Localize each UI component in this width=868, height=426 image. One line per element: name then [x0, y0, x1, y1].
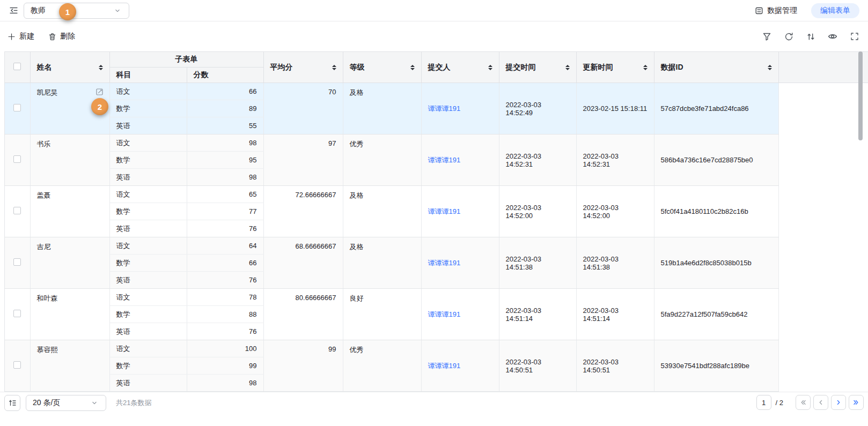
- table-row[interactable]: 吉尼语文6468.66666667及格谭谭谭1912022-03-03 14:5…: [5, 237, 868, 255]
- submit-time-cell: 2022-03-03 14:52:00: [499, 186, 576, 237]
- first-page-button[interactable]: [796, 395, 811, 410]
- subject-cell: 数学: [109, 306, 187, 323]
- row-height-icon: [8, 399, 17, 407]
- score-cell: 98: [187, 169, 263, 186]
- submitter-cell: 谭谭谭191: [421, 134, 499, 186]
- chevron-left-icon: [817, 399, 825, 406]
- sort-caret-icon[interactable]: [643, 65, 648, 70]
- row-height-button[interactable]: [4, 395, 20, 411]
- student-name-cell: 盖聂: [30, 186, 109, 237]
- table-row[interactable]: 慕容熙语文10099优秀谭谭谭1912022-03-03 14:50:51202…: [5, 340, 868, 357]
- row-checkbox[interactable]: [13, 104, 21, 111]
- data-id-cell: 57c87dcbe3fe71abd24fca86: [654, 83, 778, 134]
- table-row[interactable]: 凯尼昊语文6670及格谭谭谭1912022-03-03 14:52:492023…: [5, 83, 868, 100]
- subject-cell: 英语: [109, 323, 187, 340]
- update-time-cell: 2022-03-03 14:51:14: [576, 289, 654, 340]
- sort-icon[interactable]: [805, 31, 816, 42]
- score-cell: 89: [187, 100, 263, 117]
- chevron-down-icon: [112, 5, 123, 17]
- prev-page-button[interactable]: [813, 395, 828, 410]
- submitter-link[interactable]: 谭谭谭191: [428, 104, 461, 113]
- submitter-link[interactable]: 谭谭谭191: [428, 362, 461, 370]
- submitter-link[interactable]: 谭谭谭191: [428, 310, 461, 318]
- double-chevron-left-icon: [799, 399, 807, 406]
- annotation-badge-2: 2: [91, 98, 108, 115]
- update-time-cell: 2022-03-03 14:52:31: [576, 134, 654, 186]
- sort-caret-icon[interactable]: [410, 65, 415, 70]
- subject-cell: 语文: [109, 289, 187, 306]
- col-header-submitter[interactable]: 提交人: [421, 52, 499, 83]
- last-page-button[interactable]: [849, 395, 864, 410]
- col-header-subform: 子表单: [109, 52, 263, 68]
- student-name: 凯尼昊: [37, 88, 58, 96]
- table-row[interactable]: 书乐语文9897优秀谭谭谭1912022-03-03 14:52:312022-…: [5, 134, 868, 152]
- select-all-checkbox[interactable]: [13, 63, 21, 70]
- col-header-grade[interactable]: 等级: [343, 52, 421, 83]
- menu-fold-icon[interactable]: [8, 5, 19, 17]
- submit-time-cell: 2022-03-03 14:51:14: [499, 289, 576, 340]
- col-header-submit-time[interactable]: 提交时间: [499, 52, 576, 83]
- row-checkbox[interactable]: [13, 155, 21, 163]
- new-record-button[interactable]: 新建: [8, 32, 34, 41]
- visibility-eye-icon[interactable]: [827, 31, 838, 42]
- col-header-data-id[interactable]: 数据ID: [654, 52, 778, 83]
- table-row[interactable]: 和叶森语文7880.66666667良好谭谭谭1912022-03-03 14:…: [5, 289, 868, 306]
- subject-cell: 数学: [109, 357, 187, 375]
- update-time-cell: 2022-03-03 14:51:38: [576, 237, 654, 289]
- sort-caret-icon[interactable]: [99, 65, 103, 70]
- data-manage-label: 数据管理: [767, 6, 797, 16]
- vertical-scrollbar[interactable]: [858, 51, 863, 140]
- submitter-link[interactable]: 谭谭谭191: [428, 207, 461, 215]
- row-checkbox[interactable]: [13, 258, 21, 266]
- col-header-update-time[interactable]: 更新时间: [576, 52, 654, 83]
- fullscreen-icon[interactable]: [849, 31, 860, 42]
- average-cell: 70: [263, 83, 343, 134]
- col-header-score: 分数: [187, 68, 263, 83]
- score-cell: 98: [187, 134, 263, 152]
- grade-cell: 优秀: [343, 134, 421, 186]
- filler-cell: [778, 237, 868, 289]
- row-select-cell: [5, 186, 30, 237]
- col-header-average[interactable]: 平均分: [263, 52, 343, 83]
- form-selector[interactable]: 教师: [24, 3, 129, 19]
- subject-cell: 英语: [109, 169, 187, 186]
- submit-time-cell: 2022-03-03 14:52:31: [499, 134, 576, 186]
- app-window: 教师 数据管理 编辑表单 新建 删除: [0, 0, 868, 426]
- student-name-cell: 吉尼: [30, 237, 109, 289]
- delete-record-button[interactable]: 删除: [48, 32, 75, 41]
- row-checkbox[interactable]: [13, 207, 21, 214]
- subject-cell: 英语: [109, 375, 187, 392]
- submitter-link[interactable]: 谭谭谭191: [428, 156, 461, 164]
- page-number-input[interactable]: 1: [756, 395, 771, 410]
- row-checkbox[interactable]: [13, 361, 21, 369]
- subject-cell: 数学: [109, 203, 187, 220]
- submitter-link[interactable]: 谭谭谭191: [428, 259, 461, 267]
- student-name: 书乐: [37, 140, 51, 148]
- data-manage-button[interactable]: 数据管理: [755, 6, 797, 16]
- subject-cell: 英语: [109, 117, 187, 134]
- top-bar: 教师 数据管理 编辑表单: [0, 0, 868, 21]
- row-checkbox[interactable]: [13, 310, 21, 317]
- double-chevron-right-icon: [852, 399, 860, 406]
- edit-row-icon[interactable]: [95, 87, 104, 98]
- page-size-select[interactable]: 20 条/页: [26, 395, 106, 411]
- edit-form-button[interactable]: 编辑表单: [811, 3, 859, 18]
- sort-caret-icon[interactable]: [332, 65, 336, 70]
- refresh-icon[interactable]: [783, 31, 795, 42]
- next-page-button[interactable]: [831, 395, 846, 410]
- sort-caret-icon[interactable]: [488, 65, 492, 70]
- sort-caret-icon[interactable]: [565, 65, 570, 70]
- submitter-cell: 谭谭谭191: [421, 289, 499, 340]
- score-cell: 76: [187, 272, 263, 289]
- col-header-name[interactable]: 姓名: [30, 52, 109, 83]
- sort-caret-icon[interactable]: [768, 65, 772, 70]
- score-cell: 66: [187, 255, 263, 272]
- filter-icon[interactable]: [761, 31, 773, 42]
- trash-icon: [48, 33, 56, 41]
- data-id-cell: 586b4a736c16e7cd28875be0: [654, 134, 778, 186]
- score-cell: 88: [187, 306, 263, 323]
- submit-time-cell: 2022-03-03 14:52:49: [499, 83, 576, 134]
- data-id-cell: 519b1a4e6d2f8c85038b015b: [654, 237, 778, 289]
- form-selector-value: 教师: [31, 6, 46, 16]
- table-row[interactable]: 盖聂语文6572.66666667及格谭谭谭1912022-03-03 14:5…: [5, 186, 868, 203]
